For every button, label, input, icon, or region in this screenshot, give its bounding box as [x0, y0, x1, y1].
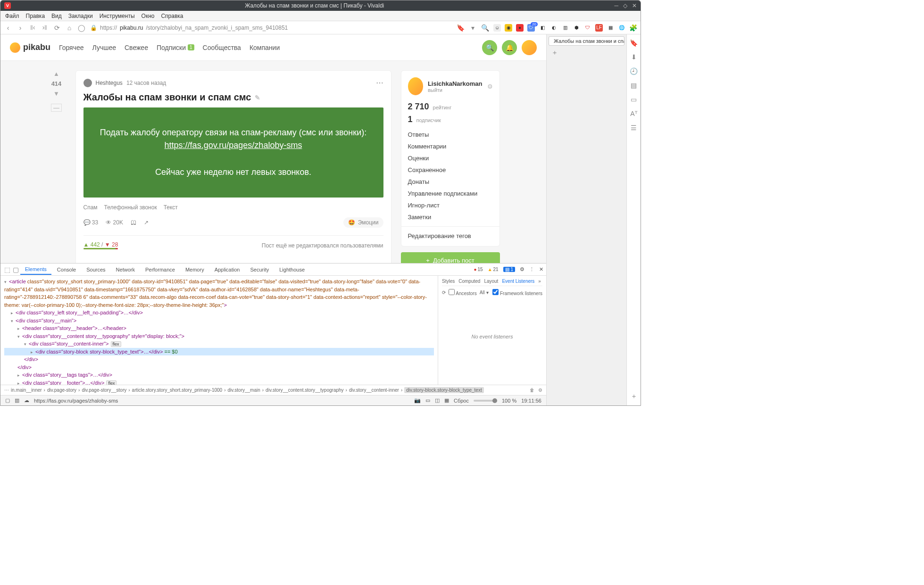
sb-icon-3[interactable]: ☁ [24, 397, 29, 404]
all-select[interactable]: All ▾ [480, 290, 489, 295]
panel-bookmarks-icon[interactable]: 🔖 [630, 39, 638, 47]
maximize-icon[interactable]: ◇ [623, 2, 627, 9]
menu-edit[interactable]: Правка [26, 13, 45, 19]
author-name[interactable]: Heshtegus [96, 80, 123, 86]
home-icon[interactable]: ⌂ [66, 24, 73, 32]
vertical-tab[interactable]: Жалобы на спам звонки и спам смс | Пи [549, 36, 624, 46]
post-menu-icon[interactable]: ⋯ [376, 78, 383, 87]
link-saved[interactable]: Сохраненное [408, 166, 493, 173]
panel-reader-icon[interactable]: ☰ [631, 124, 637, 132]
ext-icon-8[interactable]: ▦ [607, 24, 614, 32]
ext-icon-1[interactable]: ☺ [493, 24, 501, 32]
panel-add-icon[interactable]: ＋ [631, 392, 637, 401]
ext-icon-7[interactable]: ⬢ [573, 24, 580, 32]
ext-icon-9[interactable]: 🌐 [618, 24, 625, 32]
nav-fresh[interactable]: Свежее [125, 44, 148, 51]
header-avatar[interactable] [522, 40, 537, 55]
author-avatar[interactable] [83, 79, 92, 87]
add-post-button[interactable]: + Добавить пост [401, 252, 500, 263]
dt-listeners-tab[interactable]: Event Listeners [502, 279, 534, 284]
url-field[interactable]: 🔒 https://pikabu.ru/story/zhalobyi_na_sp… [90, 25, 452, 31]
fastforward-icon[interactable]: ›⦀ [41, 24, 49, 32]
menu-file[interactable]: Файл [5, 13, 19, 19]
panel-notes-icon[interactable]: ▤ [631, 82, 637, 89]
sb-icon-6[interactable]: ◫ [435, 397, 440, 404]
downvote-icon[interactable]: ▼ [53, 90, 59, 97]
gear-icon[interactable]: ⚙ [487, 83, 493, 90]
new-tab-button[interactable]: ＋ [549, 48, 624, 58]
menu-help[interactable]: Справка [161, 13, 183, 19]
dt-styles-tab[interactable]: Styles [442, 279, 455, 284]
close-icon[interactable]: ✕ [632, 2, 637, 9]
link-notes[interactable]: Заметки [408, 214, 493, 221]
framework-checkbox[interactable]: Framework listeners [492, 289, 542, 296]
comments-icon[interactable]: 💬 33 [83, 219, 99, 226]
dt-layout-tab[interactable]: Layout [484, 279, 498, 284]
dt-tab-network[interactable]: Network [111, 265, 140, 274]
save-icon[interactable]: 🕮 [131, 219, 136, 226]
ext-icon-5[interactable]: ◐ [550, 24, 558, 32]
site-logo[interactable]: pikabu [10, 42, 50, 53]
dt-more-icon[interactable]: ⋮ [529, 266, 534, 272]
panel-translate-icon[interactable]: Aᵀ [630, 110, 637, 117]
nav-subs[interactable]: Подписки1 [157, 44, 194, 51]
shield-icon[interactable]: ◯ [78, 24, 85, 32]
dt-tab-performance[interactable]: Performance [141, 265, 180, 274]
rewind-icon[interactable]: ⦀‹ [29, 24, 36, 32]
edit-icon[interactable]: ✎ [255, 94, 260, 101]
menu-window[interactable]: Окно [142, 13, 155, 19]
username[interactable]: LisichkaNarkoman [428, 80, 483, 87]
dt-tab-elements[interactable]: Elements [20, 264, 51, 275]
dt-error-count[interactable]: 15 [474, 267, 483, 272]
panel-window-icon[interactable]: ▭ [631, 96, 637, 103]
link-ignore[interactable]: Игнор-лист [408, 202, 493, 209]
menu-tools[interactable]: Инструменты [100, 13, 135, 19]
menu-view[interactable]: Вид [51, 13, 62, 19]
nav-hot[interactable]: Горячее [59, 44, 84, 51]
ancestors-checkbox[interactable]: Ancestors [449, 289, 477, 296]
dt-bread-gear-icon[interactable]: ⚙ [538, 387, 542, 393]
user-avatar[interactable] [408, 77, 423, 95]
dt-warn-count[interactable]: 21 [488, 267, 499, 272]
ext-icon-lf[interactable]: LF [595, 24, 603, 32]
logout-link[interactable]: выйти [428, 87, 483, 93]
forward-icon[interactable]: › [17, 24, 24, 32]
nav-comm[interactable]: Сообщества [203, 44, 241, 51]
ext-icon-ublock[interactable]: 🛡 [584, 24, 591, 32]
dt-tab-lighthouse[interactable]: Lighthouse [275, 265, 309, 274]
dt-tab-sources[interactable]: Sources [82, 265, 110, 274]
reset-zoom[interactable]: Сброс [454, 398, 469, 404]
panel-history-icon[interactable]: 🕘 [630, 67, 638, 75]
sb-icon-5[interactable]: ▭ [425, 397, 430, 404]
link-donates[interactable]: Донаты [408, 178, 493, 185]
link-subs[interactable]: Управление подписками [408, 190, 493, 197]
dt-trash-icon[interactable]: 🗑 [530, 387, 534, 393]
link-answers[interactable]: Ответы [408, 131, 493, 138]
extensions-icon[interactable]: 🧩 [629, 24, 637, 32]
dt-computed-tab[interactable]: Computed [458, 279, 480, 284]
emotions-button[interactable]: 🤩 Эмоции [343, 217, 383, 228]
dt-tab-memory[interactable]: Memory [181, 265, 209, 274]
tag-text[interactable]: Текст [164, 204, 178, 211]
dt-tab-security[interactable]: Security [245, 265, 274, 274]
sb-icon-2[interactable]: ▥ [15, 397, 19, 404]
ext-icon-3[interactable]: ● [516, 24, 524, 32]
image-link[interactable]: https://fas.gov.ru/pages/zhaloby-sms [165, 140, 302, 150]
nav-best[interactable]: Лучшее [92, 44, 116, 51]
back-icon[interactable]: ‹ [4, 24, 12, 32]
reload-icon[interactable]: ⟳ [53, 24, 61, 32]
sb-icon-7[interactable]: ▦ [444, 397, 449, 404]
collapse-icon[interactable]: — [51, 104, 62, 112]
ext-icon-6[interactable]: ▥ [561, 24, 569, 32]
dt-gear-icon[interactable]: ⚙ [520, 266, 524, 272]
dom-tree[interactable]: ▾<article class="story story_short story… [0, 276, 438, 385]
ext-icon-2[interactable]: ◉ [505, 24, 512, 32]
panel-downloads-icon[interactable]: ⬇ [631, 53, 637, 61]
nav-companies[interactable]: Компании [250, 44, 280, 51]
link-comments[interactable]: Комментарии [408, 143, 493, 150]
dt-breadcrumb[interactable]: ⋯ in.main__inner› div.page-story› div.pa… [0, 385, 546, 395]
tag-call[interactable]: Телефонный звонок [104, 204, 157, 211]
upvote-icon[interactable]: ▲ [53, 70, 59, 77]
dt-refresh-icon[interactable]: ⟳ [442, 290, 446, 295]
dt-info-count[interactable]: ▤ 1 [503, 267, 515, 272]
